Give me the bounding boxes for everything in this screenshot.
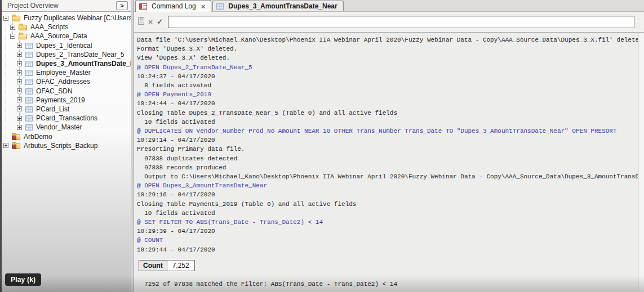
tree-item-label[interactable]: PCard_Transactions xyxy=(36,114,97,122)
project-overview-panel: Project Overview > −Fuzzy Duplicates Web… xyxy=(2,0,131,292)
tree-item[interactable]: −AAA_Source_Data xyxy=(2,32,131,41)
main-panel: Command Log×Dupes_3_AmountTransDate_Near… xyxy=(134,0,644,292)
tree-item[interactable]: +Payments_2019 xyxy=(2,96,131,105)
tree-item[interactable]: +AAA_Scripts xyxy=(2,23,131,32)
log-command-line: @ OPEN Payments_2019 xyxy=(137,90,638,99)
folder-open-icon xyxy=(18,34,27,39)
log-footer-line: 7252 of 97838 matched the Filter: ABS(Tr… xyxy=(137,280,638,289)
tree-item-label[interactable]: Arbutus_Scripts_Backup xyxy=(24,142,97,150)
collapse-icon[interactable]: − xyxy=(3,16,8,21)
tree-item-label[interactable]: Dupes_3_AmountTransDate_Ne xyxy=(36,60,131,68)
log-command-line: @ OPEN Dupes_3_AmountTransDate_Near xyxy=(137,181,638,190)
tree-item[interactable]: +Dupes_1_Identical xyxy=(2,41,131,50)
expand-icon[interactable]: + xyxy=(17,106,22,111)
tree-item[interactable]: −Fuzzy Duplicates Webinar [C:\Users\Mic xyxy=(2,14,131,23)
tree-item[interactable]: +PCard_Transactions xyxy=(2,114,131,123)
log-lines: Data file 'C:\Users\Michael_Kano\Desktop… xyxy=(137,35,638,254)
log-output-line: 97838 records produced xyxy=(137,163,638,172)
command-log-view: Data file 'C:\Users\Michael_Kano\Desktop… xyxy=(134,33,638,292)
log-output-line: Output to C:\Users\Michael_Kano\Desktop\… xyxy=(137,172,638,181)
expand-icon[interactable]: + xyxy=(17,116,22,121)
table-icon xyxy=(25,115,33,122)
tab-dupes-3-amounttransdate-near[interactable]: Dupes_3_AmountTransDate_Near xyxy=(212,1,343,11)
tree-item[interactable]: +Arbutus_Scripts_Backup xyxy=(2,141,131,150)
count-label: Count xyxy=(139,260,167,271)
tree-item[interactable]: +OFAC_Addresses xyxy=(2,77,131,86)
collapse-panel-button[interactable]: > xyxy=(116,1,128,10)
log-output-line: Closing Table Dupes_2_TransDate_Near_5 (… xyxy=(137,109,638,118)
table-icon xyxy=(25,79,33,85)
tree-item-label[interactable]: OFAC_SDN xyxy=(36,87,73,95)
command-bar: × ✓ xyxy=(134,12,644,33)
play-tooltip[interactable]: Play (k) xyxy=(5,273,41,286)
table-icon xyxy=(25,97,33,104)
close-icon[interactable]: × xyxy=(201,2,206,11)
tree-item-label[interactable]: Vendor_Master xyxy=(36,123,82,131)
log-right-gutter xyxy=(638,33,644,292)
tree-item[interactable]: +Employee_Master xyxy=(2,68,131,77)
expand-icon[interactable]: + xyxy=(3,143,8,148)
collapse-icon[interactable]: − xyxy=(10,34,15,39)
tree-item-label[interactable]: Dupes_2_TransDate_Near_5 xyxy=(36,51,124,59)
tree-item[interactable]: +Dupes_2_TransDate_Near_5 xyxy=(2,50,131,59)
discard-command-button[interactable]: × xyxy=(148,18,153,26)
tree-item-label[interactable]: AAA_Scripts xyxy=(30,23,68,31)
log-output-line: Presorting Primary data file. xyxy=(137,145,638,154)
tree-item-label[interactable]: ArbDemo xyxy=(24,133,52,141)
tree-item-label[interactable]: Employee_Master xyxy=(36,69,91,77)
tree-item[interactable]: +OFAC_SDN xyxy=(2,87,131,96)
count-result-box: Count 7,252 xyxy=(139,260,195,271)
log-output-line: 10:29:39 - 04/17/2020 xyxy=(137,227,638,236)
log-command-line: @ DUPLICATES ON Vendor_Number Prod_No Am… xyxy=(137,127,638,136)
log-output-line: Format 'Dupes_3_X' deleted. xyxy=(137,44,638,53)
log-icon xyxy=(139,3,147,10)
log-output-line: 10:24:44 - 04/17/2020 xyxy=(137,99,638,108)
expand-icon[interactable]: + xyxy=(17,125,22,130)
log-command-line: @ SET FILTER TO ABS(Trans_Date - Trans_D… xyxy=(137,218,638,227)
tree-item-label[interactable]: Fuzzy Duplicates Webinar [C:\Users\Mic xyxy=(24,14,131,22)
log-command-line: @ OPEN Dupes_2_TransDate_Near_5 xyxy=(137,63,638,72)
expand-icon[interactable]: + xyxy=(17,61,22,66)
expand-icon[interactable]: + xyxy=(17,43,22,48)
sidebar-header: Project Overview > xyxy=(2,0,131,12)
tree-item[interactable]: +Vendor_Master xyxy=(2,123,131,132)
tree-item[interactable]: ArbDemo xyxy=(2,132,131,141)
project-tree: −Fuzzy Duplicates Webinar [C:\Users\Mic+… xyxy=(2,12,131,292)
log-output-line: 10:29:14 - 04/17/2020 xyxy=(137,136,638,145)
table-icon xyxy=(25,106,33,113)
tree-item-label[interactable]: Payments_2019 xyxy=(36,96,85,104)
expand-icon[interactable]: + xyxy=(17,88,22,93)
table-icon xyxy=(25,88,33,95)
table-icon xyxy=(25,52,33,58)
log-output-line: 8 fields activated xyxy=(137,81,638,90)
log-output-line: View 'Dupes_3_X' deleted. xyxy=(137,53,638,62)
folder-icon xyxy=(12,16,20,21)
expand-icon[interactable]: + xyxy=(17,70,22,75)
project-icon xyxy=(12,143,20,149)
table-icon xyxy=(25,43,33,49)
log-output-line: 10:29:16 - 04/17/2020 xyxy=(137,190,638,199)
clipboard-icon xyxy=(138,17,144,25)
expand-icon[interactable]: + xyxy=(17,97,22,102)
sidebar-title: Project Overview xyxy=(7,2,59,10)
expand-icon[interactable]: + xyxy=(17,79,22,84)
paste-from-log-button[interactable] xyxy=(138,17,144,27)
expand-icon[interactable]: + xyxy=(10,25,15,30)
tab-label: Dupes_3_AmountTransDate_Near xyxy=(228,2,337,10)
tab-command-log[interactable]: Command Log× xyxy=(135,0,211,12)
tree-item-label[interactable]: AAA_Source_Data xyxy=(30,32,87,40)
expand-icon[interactable]: + xyxy=(17,52,22,57)
table-icon xyxy=(25,61,33,67)
tree-item-label[interactable]: OFAC_Addresses xyxy=(36,78,90,86)
project-icon xyxy=(12,134,20,140)
command-input[interactable] xyxy=(168,16,634,28)
accept-command-button[interactable]: ✓ xyxy=(157,18,163,26)
table-icon xyxy=(216,3,224,10)
tree-item-label[interactable]: Dupes_1_Identical xyxy=(36,42,92,50)
tree-item-label[interactable]: PCard_List xyxy=(36,105,69,113)
log-output-line: 10 fields activated xyxy=(137,209,638,218)
log-output-line: 10:29:44 - 04/17/2020 xyxy=(137,245,638,254)
tree-item[interactable]: +PCard_List xyxy=(2,105,131,114)
table-icon xyxy=(25,70,33,76)
tree-item[interactable]: +Dupes_3_AmountTransDate_Ne xyxy=(2,59,131,68)
